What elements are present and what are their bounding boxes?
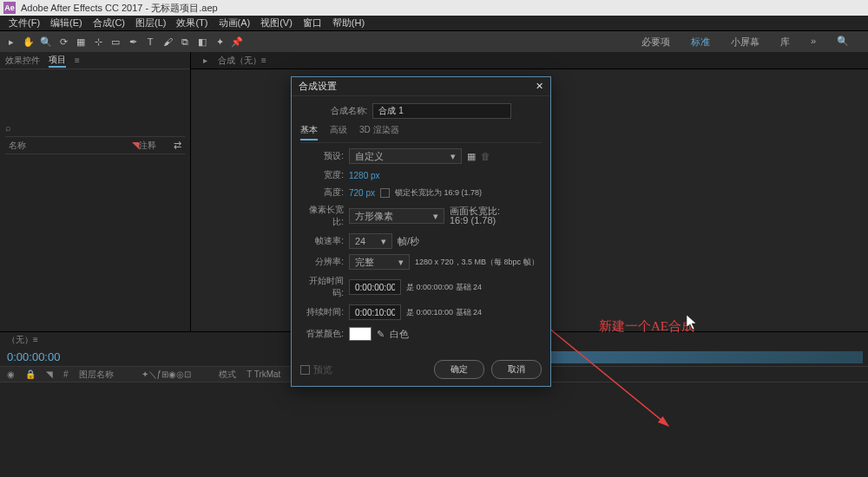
comp-none-tab[interactable]: 合成（无）≡	[213, 55, 272, 67]
menu-comp[interactable]: 合成(C)	[88, 16, 130, 29]
height-value[interactable]: 720 px	[349, 188, 375, 198]
col-layer-name[interactable]: 图层名称	[79, 369, 114, 381]
comp-name-label: 合成名称:	[331, 105, 368, 117]
menu-window[interactable]: 窗口	[298, 16, 327, 29]
menu-help[interactable]: 帮助(H)	[327, 16, 370, 29]
menu-anim[interactable]: 动画(A)	[214, 16, 256, 29]
switches-icons[interactable]: ✦＼ƒ⊞◉◎⊡	[141, 369, 192, 381]
ws-standard[interactable]: 标准	[684, 34, 717, 50]
ws-essentials[interactable]: 必要项	[635, 34, 677, 50]
flow-icon[interactable]: ⇄	[174, 140, 181, 151]
ok-button[interactable]: 确定	[434, 360, 484, 379]
res-label: 分辨率:	[300, 256, 344, 268]
dialog-titlebar[interactable]: 合成设置 ✕	[292, 77, 550, 96]
res-dropdown[interactable]: 完整▾	[349, 254, 410, 270]
menu-edit[interactable]: 编辑(E)	[45, 16, 88, 29]
tab-basic[interactable]: 基本	[300, 124, 318, 140]
preset-label: 预设:	[300, 150, 344, 162]
duration-label: 持续时间:	[300, 306, 344, 318]
text-tool-icon[interactable]: T	[142, 34, 158, 49]
start-timecode-input[interactable]	[349, 279, 401, 295]
dialog-body: 合成名称: 基本 高级 3D 渲染器 预设: 自定义▾ ▦ 🗑 宽度: 1280…	[292, 96, 550, 353]
col-comment[interactable]: 注释	[139, 140, 174, 152]
start-label: 开始时间码:	[300, 275, 344, 299]
rect-tool-icon[interactable]: ▭	[108, 34, 123, 49]
width-value[interactable]: 1280 px	[349, 171, 380, 180]
ws-small[interactable]: 小屏幕	[724, 34, 766, 50]
fps-label: 帧速率:	[300, 235, 344, 247]
camera-tool-icon[interactable]: ▦	[73, 34, 89, 49]
app-title: Adobe After Effects CC 2017 - 无标题项目.aep	[21, 2, 218, 15]
bg-label: 背景颜色:	[300, 328, 344, 340]
roto-tool-icon[interactable]: ✦	[212, 34, 227, 49]
col-mode[interactable]: 模式	[219, 369, 236, 381]
menubar: 文件(F) 编辑(E) 合成(C) 图层(L) 效果(T) 动画(A) 视图(V…	[0, 16, 868, 31]
vis-col-icon[interactable]: ◉	[7, 369, 15, 379]
fps-unit: 帧/秒	[398, 235, 419, 248]
anchor-tool-icon[interactable]: ⊹	[90, 34, 106, 49]
selection-tool-icon[interactable]: ▸	[3, 34, 19, 49]
cancel-button[interactable]: 取消	[491, 360, 542, 379]
workspace-switcher: 必要项 标准 小屏幕 库 » 🔍	[635, 34, 865, 50]
menu-file[interactable]: 文件(F)	[3, 16, 45, 29]
tab-project[interactable]: 项目	[49, 54, 66, 68]
preview-label: 预览	[313, 363, 332, 376]
par-dropdown[interactable]: 方形像素▾	[349, 208, 444, 224]
clone-tool-icon[interactable]: ⧉	[177, 34, 193, 49]
lock-aspect-checkbox[interactable]	[380, 188, 390, 198]
label-col-icon[interactable]: ◥	[46, 369, 53, 379]
preview-checkbox[interactable]	[300, 365, 310, 375]
tab-effect-controls[interactable]: 效果控件	[5, 55, 40, 67]
rotate-tool-icon[interactable]: ⟳	[56, 34, 71, 49]
menu-layer[interactable]: 图层(L)	[130, 16, 171, 29]
save-preset-icon[interactable]: ▦	[467, 151, 476, 162]
num-col: #	[63, 369, 69, 379]
chevron-down-icon: ▾	[381, 236, 386, 247]
lock-col-icon[interactable]: 🔒	[25, 369, 36, 379]
titlebar: Ae Adobe After Effects CC 2017 - 无标题项目.a…	[0, 0, 868, 16]
start-info: 是 0:00:00:00 基础 24	[406, 282, 482, 293]
puppet-tool-icon[interactable]: 📌	[229, 34, 245, 49]
ws-more-icon[interactable]: »	[804, 34, 823, 50]
chevron-down-icon: ▾	[398, 257, 404, 268]
current-time[interactable]: 0:00:00:00	[7, 350, 60, 363]
ws-library[interactable]: 库	[773, 34, 797, 50]
menu-view[interactable]: 视图(V)	[255, 16, 298, 29]
footage-tab[interactable]: ▸	[198, 56, 213, 65]
tab-3d[interactable]: 3D 渲染器	[359, 124, 399, 140]
tab-menu-icon[interactable]: ≡	[75, 56, 80, 65]
delete-preset-icon[interactable]: 🗑	[481, 151, 490, 161]
chevron-down-icon: ▾	[450, 151, 456, 162]
hand-tool-icon[interactable]: ✋	[21, 34, 36, 49]
duration-input[interactable]	[349, 304, 401, 320]
frame-aspect-info: 画面长宽比:16:9 (1.78)	[450, 206, 500, 225]
composition-settings-dialog: 合成设置 ✕ 合成名称: 基本 高级 3D 渲染器 预设: 自定义▾ ▦ 🗑 宽…	[291, 76, 551, 387]
project-columns: 名称 ◥ 注释 ⇄	[5, 137, 185, 154]
bg-color-name: 白色	[390, 328, 409, 341]
dialog-footer: 预览 确定 取消	[292, 353, 550, 386]
label-icon[interactable]: ◥	[132, 140, 139, 151]
dialog-title: 合成设置	[299, 80, 337, 93]
close-icon[interactable]: ✕	[536, 81, 543, 92]
col-name[interactable]: 名称	[9, 140, 132, 152]
eraser-tool-icon[interactable]: ◧	[194, 34, 210, 49]
project-search[interactable]: ⌕	[5, 118, 185, 137]
width-label: 宽度:	[300, 169, 344, 181]
menu-effect[interactable]: 效果(T)	[171, 16, 213, 29]
comp-name-input[interactable]	[372, 103, 511, 119]
search-icon[interactable]: 🔍	[830, 34, 856, 50]
toolbar: ▸ ✋ 🔍 ⟳ ▦ ⊹ ▭ ✒ T 🖌 ⧉ ◧ ✦ 📌 必要项 标准 小屏幕 库…	[0, 31, 868, 52]
brush-tool-icon[interactable]: 🖌	[160, 34, 175, 49]
toolbar-left: ▸ ✋ 🔍 ⟳ ▦ ⊹ ▭ ✒ T 🖌 ⧉ ◧ ✦ 📌	[3, 34, 245, 49]
search-icon: ⌕	[5, 122, 11, 133]
col-trkmat[interactable]: T TrkMat	[247, 369, 280, 379]
fps-dropdown[interactable]: 24▾	[349, 233, 392, 249]
bg-color-swatch[interactable]	[349, 327, 372, 341]
tab-advanced[interactable]: 高级	[330, 124, 347, 140]
zoom-tool-icon[interactable]: 🔍	[38, 34, 54, 49]
comp-tabs: ▸ 合成（无）≡	[191, 52, 868, 69]
eyedropper-icon[interactable]: ✎	[377, 329, 385, 340]
preset-dropdown[interactable]: 自定义▾	[349, 148, 462, 164]
timeline-none-tab[interactable]: （无）≡	[7, 334, 38, 346]
pen-tool-icon[interactable]: ✒	[125, 34, 141, 49]
